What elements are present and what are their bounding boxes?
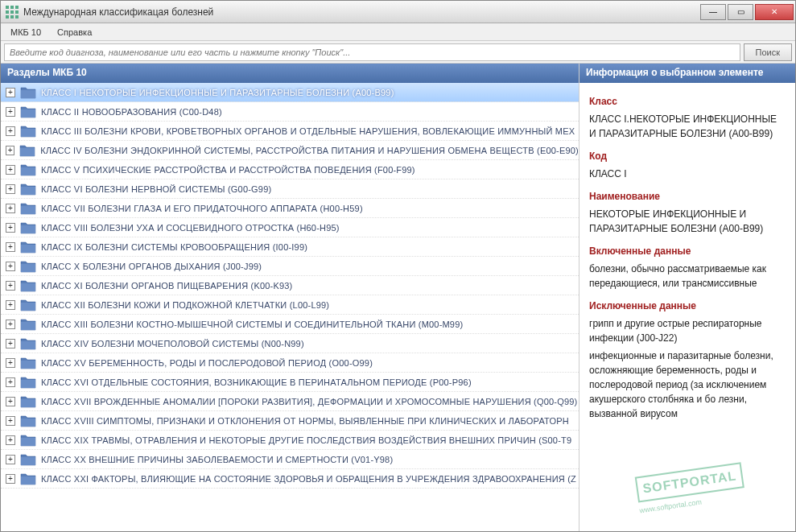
tree-item-label: КЛАСС II НОВООБРАЗОВАНИЯ (C00-D48) [41,107,222,117]
expand-icon[interactable]: + [6,416,15,426]
svg-rect-6 [6,15,9,19]
info-heading-class: Класс [589,94,786,109]
tree-item-label: КЛАСС XXI ФАКТОРЫ, ВЛИЯЮЩИЕ НА СОСТОЯНИЕ… [41,474,576,484]
tree-item-label: КЛАСС IV БОЛЕЗНИ ЭНДОКРИННОЙ СИСТЕМЫ, РА… [40,146,579,155]
expand-icon[interactable]: + [6,320,15,329]
titlebar[interactable]: Международная классификацая болезней — ▭… [1,1,795,23]
tree-item-label: КЛАСС XVII ВРОЖДЕННЫЕ АНОМАЛИИ [ПОРОКИ Р… [41,397,577,406]
tree-item-label: КЛАСС IX БОЛЕЗНИ СИСТЕМЫ КРОВООБРАЩЕНИЯ … [41,242,307,252]
menu-help[interactable]: Справка [51,26,98,39]
close-button[interactable]: ✕ [755,4,794,20]
expand-icon[interactable]: + [6,358,15,368]
folder-icon [20,453,36,466]
expand-icon[interactable]: + [6,146,14,155]
search-toolbar: Поиск [1,41,795,64]
tree-item[interactable]: +КЛАСС VIII БОЛЕЗНИ УХА И СОСЦЕВИДНОГО О… [1,218,579,237]
expand-icon[interactable]: + [6,223,15,233]
tree-item-label: КЛАСС XV БЕРЕМЕННОСТЬ, РОДЫ И ПОСЛЕРОДОВ… [41,358,373,368]
folder-icon [20,221,36,234]
content-area: Разделы МКБ 10 +КЛАСС I НЕКОТОРЫЕ ИНФЕКЦ… [1,64,795,531]
search-button[interactable]: Поиск [744,43,792,61]
folder-icon [20,202,36,215]
folder-icon [20,357,36,369]
tree-item[interactable]: +КЛАСС VI БОЛЕЗНИ НЕРВНОЙ СИСТЕМЫ (G00-G… [1,179,579,199]
menubar: МКБ 10 Справка [1,23,795,41]
info-panel[interactable]: Класс КЛАСС I.НЕКОТОРЫЕ ИНФЕКЦИОННЫЕ И П… [579,83,795,531]
tree-item[interactable]: +КЛАСС XVI ОТДЕЛЬНЫЕ СОСТОЯНИЯ, ВОЗНИКАЮ… [1,373,579,392]
tree-item[interactable]: +КЛАСС VII БОЛЕЗНИ ГЛАЗА И ЕГО ПРИДАТОЧН… [1,199,579,218]
tree-item-label: КЛАСС XIV БОЛЕЗНИ МОЧЕПОЛОВОЙ СИСТЕМЫ (N… [41,339,304,348]
info-heading-name: Наименование [589,189,786,204]
info-heading-excluded: Исключенные данные [589,299,786,313]
expand-icon[interactable]: + [6,339,15,348]
svg-rect-5 [15,10,19,14]
expand-icon[interactable]: + [6,455,15,464]
maximize-button[interactable]: ▭ [728,4,753,20]
tree-item-label: КЛАСС III БОЛЕЗНИ КРОВИ, КРОВЕТВОРНЫХ ОР… [41,126,575,136]
tree-item[interactable]: +КЛАСС XV БЕРЕМЕННОСТЬ, РОДЫ И ПОСЛЕРОДО… [1,353,579,373]
expand-icon[interactable]: + [6,474,15,484]
right-panel-header: Информация о выбранном элементе [579,64,795,83]
folder-icon [20,395,36,408]
tree-view[interactable]: +КЛАСС I НЕКОТОРЫЕ ИНФЕКЦИОННЫЕ И ПАРАЗИ… [1,83,579,531]
expand-icon[interactable]: + [6,242,15,252]
left-panel: Разделы МКБ 10 +КЛАСС I НЕКОТОРЫЕ ИНФЕКЦ… [1,64,579,531]
search-input[interactable] [4,43,740,61]
info-value-class: КЛАСС I.НЕКОТОРЫЕ ИНФЕКЦИОННЫЕ И ПАРАЗИТ… [589,112,786,141]
tree-item[interactable]: +КЛАСС XIII БОЛЕЗНИ КОСТНО-МЫШЕЧНОЙ СИСТ… [1,315,579,334]
expand-icon[interactable]: + [6,300,15,310]
info-value-code: КЛАСС I [589,167,786,181]
window-controls: — ▭ ✕ [700,4,795,20]
expand-icon[interactable]: + [6,184,15,194]
svg-rect-8 [15,15,19,19]
expand-icon[interactable]: + [6,107,15,117]
tree-item[interactable]: +КЛАСС XIX ТРАВМЫ, ОТРАВЛЕНИЯ И НЕКОТОРЫ… [1,431,579,450]
expand-icon[interactable]: + [6,262,15,271]
tree-item[interactable]: +КЛАСС II НОВООБРАЗОВАНИЯ (C00-D48) [1,102,579,122]
info-value-name: НЕКОТОРЫЕ ИНФЕКЦИОННЫЕ И ПАРАЗИТАРНЫЕ БО… [589,207,786,236]
expand-icon[interactable]: + [6,126,15,136]
tree-item[interactable]: +КЛАСС V ПСИХИЧЕСКИЕ РАССТРОЙСТВА И РАСС… [1,160,579,179]
tree-item[interactable]: +КЛАСС XI БОЛЕЗНИ ОРГАНОВ ПИЩЕВАРЕНИЯ (K… [1,276,579,295]
tree-item[interactable]: +КЛАСС I НЕКОТОРЫЕ ИНФЕКЦИОННЫЕ И ПАРАЗИ… [1,83,579,102]
expand-icon[interactable]: + [6,435,15,445]
left-panel-header: Разделы МКБ 10 [1,64,579,83]
folder-icon [20,279,36,292]
expand-icon[interactable]: + [6,204,15,213]
tree-item[interactable]: +КЛАСС XVII ВРОЖДЕННЫЕ АНОМАЛИИ [ПОРОКИ … [1,392,579,411]
folder-icon [19,144,35,157]
svg-rect-0 [6,6,9,9]
menu-mkb10[interactable]: МКБ 10 [4,26,47,39]
tree-item[interactable]: +КЛАСС XX ВНЕШНИЕ ПРИЧИНЫ ЗАБОЛЕВАЕМОСТИ… [1,450,579,469]
svg-rect-1 [10,6,14,9]
tree-item[interactable]: +КЛАСС XIV БОЛЕЗНИ МОЧЕПОЛОВОЙ СИСТЕМЫ (… [1,334,579,353]
svg-rect-7 [10,15,14,19]
tree-item[interactable]: +КЛАСС XII БОЛЕЗНИ КОЖИ И ПОДКОЖНОЙ КЛЕТ… [1,295,579,315]
tree-item[interactable]: +КЛАСС X БОЛЕЗНИ ОРГАНОВ ДЫХАНИЯ (J00-J9… [1,257,579,276]
tree-item[interactable]: +КЛАСС III БОЛЕЗНИ КРОВИ, КРОВЕТВОРНЫХ О… [1,122,579,141]
expand-icon[interactable]: + [6,397,15,406]
folder-icon [20,260,36,273]
folder-icon [20,318,36,331]
tree-item-label: КЛАСС XIX ТРАВМЫ, ОТРАВЛЕНИЯ И НЕКОТОРЫЕ… [41,435,571,445]
folder-icon [20,472,36,485]
tree-item-label: КЛАСС XIII БОЛЕЗНИ КОСТНО-МЫШЕЧНОЙ СИСТЕ… [41,320,463,329]
folder-icon [20,163,36,176]
tree-item[interactable]: +КЛАСС IX БОЛЕЗНИ СИСТЕМЫ КРОВООБРАЩЕНИЯ… [1,237,579,257]
folder-icon [20,86,36,99]
minimize-button[interactable]: — [700,4,726,20]
expand-icon[interactable]: + [6,281,15,291]
expand-icon[interactable]: + [6,88,15,97]
info-value-included: болезни, обычно рассматриваемые как пере… [589,262,786,291]
expand-icon[interactable]: + [6,377,15,387]
tree-item[interactable]: +КЛАСС XXI ФАКТОРЫ, ВЛИЯЮЩИЕ НА СОСТОЯНИ… [1,469,579,489]
window-title: Международная классификацая болезней [23,6,700,18]
tree-item[interactable]: +КЛАСС IV БОЛЕЗНИ ЭНДОКРИННОЙ СИСТЕМЫ, Р… [1,141,579,160]
tree-item-label: КЛАСС XII БОЛЕЗНИ КОЖИ И ПОДКОЖНОЙ КЛЕТЧ… [41,300,329,310]
expand-icon[interactable]: + [6,165,15,175]
right-panel: Информация о выбранном элементе Класс КЛ… [579,64,795,531]
tree-item[interactable]: +КЛАСС XVIII СИМПТОМЫ, ПРИЗНАКИ И ОТКЛОН… [1,411,579,431]
folder-icon [20,434,36,447]
folder-icon [20,241,36,254]
app-window: Международная классификацая болезней — ▭… [0,0,796,532]
